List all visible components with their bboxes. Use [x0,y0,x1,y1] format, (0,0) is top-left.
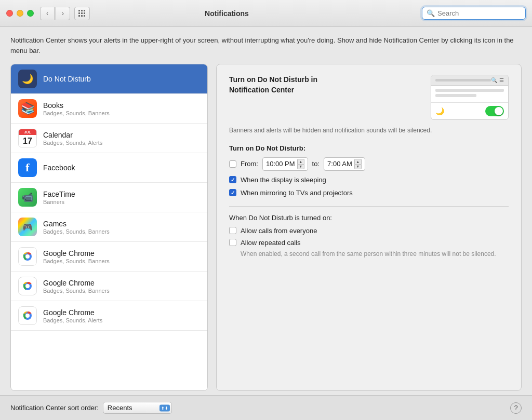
allow-calls-row: Allow calls from everyone [229,227,509,235]
description-text: Notification Center shows your alerts in… [10,35,522,56]
sort-select-wrapper[interactable]: Recents Recents by App Manually by App [103,402,172,414]
bottom-bar: Notification Center sort order: Recents … [0,395,532,420]
chrome1-text: Google Chrome Badges, Sounds, Banners [43,249,110,264]
games-sub: Badges, Sounds, Banners [43,228,110,235]
app-item-dnd[interactable]: 🌙 Do Not Disturb [11,64,207,94]
dnd-icon: 🌙 [18,70,37,88]
panel-description: Banners and alerts will be hidden and no… [229,126,509,135]
dnd-toggle[interactable] [485,106,504,116]
books-icon: 📚 [18,99,37,118]
panels: 🌙 Do Not Disturb 📚 Books Badges, Sounds,… [10,64,522,391]
display-sleeping-checkbox[interactable] [229,176,236,183]
calendar-name: Calendar [43,131,102,139]
calendar-sub: Badges, Sounds, Alerts [43,140,102,146]
facebook-name: Facebook [43,164,75,172]
main-content: Notification Center shows your alerts in… [0,27,532,395]
app-item-facebook[interactable]: f Facebook [11,153,207,183]
chrome3-text: Google Chrome Badges, Sounds, Alerts [43,308,102,323]
facebook-text: Facebook [43,164,75,172]
close-button[interactable] [6,10,13,17]
facetime-icon: 📹 [18,188,37,207]
games-text: Games Badges, Sounds, Banners [43,220,110,235]
allow-repeated-checkbox[interactable] [229,239,236,246]
mirroring-row: When mirroring to TVs and projectors [229,189,509,197]
preview-body [431,86,508,102]
chrome2-text: Google Chrome Badges, Sounds, Banners [43,279,110,294]
dnd-schedule-options: From: 10:00 PM ▲ ▼ to: 7:00 AM ▲ ▼ [229,157,509,197]
to-time-field[interactable]: 7:00 AM ▲ ▼ [324,157,365,171]
from-time-stepper[interactable]: ▲ ▼ [297,159,304,169]
display-sleeping-label: When the display is sleeping [241,176,326,184]
chrome2-icon [18,277,37,295]
search-icon: 🔍 [427,9,435,17]
games-name: Games [43,220,110,228]
from-label: From: [241,160,258,168]
app-item-chrome3[interactable]: Google Chrome Badges, Sounds, Alerts [11,301,207,331]
divider [229,206,509,207]
dnd-name: Do Not Disturb [43,75,91,83]
minimize-button[interactable] [17,10,23,17]
facetime-name: FaceTime [43,190,75,198]
panel-title: Turn on Do Not Disturb inNotification Ce… [229,75,317,95]
schedule-checkbox[interactable] [229,160,236,168]
allow-repeated-row: Allow repeated calls [229,239,509,247]
app-item-games[interactable]: 🎮 Games Badges, Sounds, Banners [11,212,207,242]
chrome1-sub: Badges, Sounds, Banners [43,258,110,264]
sort-label: Notification Center sort order: [10,404,99,412]
books-name: Books [43,101,110,110]
preview-header: 🔍 ☰ [431,75,508,86]
app-item-chrome2[interactable]: Google Chrome Badges, Sounds, Banners [11,272,207,301]
calendar-icon: JUL 17 [18,129,37,147]
app-item-calendar[interactable]: JUL 17 Calendar Badges, Sounds, Alerts [11,124,207,153]
panel-header: Turn on Do Not Disturb inNotification Ce… [229,75,509,120]
preview-widget: 🔍 ☰ 🌙 [431,75,509,120]
from-time-value: 10:00 PM [266,160,295,168]
from-time-down[interactable]: ▼ [297,164,304,169]
preview-search-icon: 🔍 [491,77,497,83]
search-input[interactable] [437,9,521,17]
moon-icon: 🌙 [435,107,444,115]
window-title: Notifications [32,9,422,18]
allow-repeated-label: Allow repeated calls [241,239,301,247]
right-panel: Turn on Do Not Disturb inNotification Ce… [216,64,522,391]
chrome3-icon [18,306,37,325]
chrome2-sub: Badges, Sounds, Banners [43,288,110,294]
to-time-stepper[interactable]: ▲ ▼ [354,159,362,169]
books-sub: Badges, Sounds, Banners [43,110,110,116]
books-text: Books Badges, Sounds, Banners [43,101,110,116]
to-time-down[interactable]: ▼ [354,164,362,169]
chrome3-name: Google Chrome [43,308,102,317]
traffic-lights [6,10,34,17]
titlebar: ‹ › Notifications 🔍 [0,0,532,27]
when-on-label: When Do Not Disturb is turned on: [229,214,509,222]
to-label: to: [312,160,320,168]
facetime-sub: Banners [43,199,75,205]
preview-icons: 🔍 ☰ [491,77,504,83]
display-sleeping-row: When the display is sleeping [229,176,509,184]
from-time-up[interactable]: ▲ [297,159,304,164]
preview-list-icon: ☰ [499,77,504,83]
preview-bar-full [435,89,504,92]
preview-footer: 🌙 [431,102,508,119]
svg-point-5 [25,284,30,288]
schedule-label: Turn on Do Not Disturb: [229,144,509,152]
search-box[interactable]: 🔍 [422,7,526,20]
repeat-note: When enabled, a second call from the sam… [241,250,509,259]
app-item-chrome1[interactable]: Google Chrome Badges, Sounds, Banners [11,242,207,272]
preview-bar-short [435,94,476,97]
from-time-field[interactable]: 10:00 PM ▲ ▼ [262,157,308,171]
svg-point-2 [25,254,30,259]
time-option-row: From: 10:00 PM ▲ ▼ to: 7:00 AM ▲ ▼ [229,157,509,171]
chrome1-icon [18,247,37,266]
app-item-books[interactable]: 📚 Books Badges, Sounds, Banners [11,94,207,124]
calendar-text: Calendar Badges, Sounds, Alerts [43,131,102,146]
help-button[interactable]: ? [510,402,522,414]
mirroring-checkbox[interactable] [229,189,236,196]
sort-row: Notification Center sort order: Recents … [10,402,172,414]
allow-calls-checkbox[interactable] [229,227,236,234]
to-time-up[interactable]: ▲ [354,159,362,164]
app-item-facetime[interactable]: 📹 FaceTime Banners [11,183,207,212]
sort-select[interactable]: Recents Recents by App Manually by App [103,402,172,414]
app-list: 🌙 Do Not Disturb 📚 Books Badges, Sounds,… [10,64,208,391]
facetime-text: FaceTime Banners [43,190,75,205]
